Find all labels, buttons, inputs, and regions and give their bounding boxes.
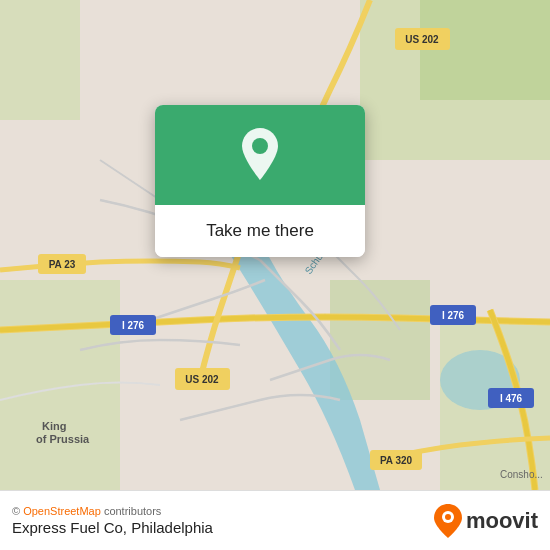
- location-name: Express Fuel Co, Philadelphia: [12, 519, 213, 536]
- svg-text:US 202: US 202: [185, 374, 219, 385]
- svg-text:US 202: US 202: [405, 34, 439, 45]
- svg-text:I 276: I 276: [122, 320, 145, 331]
- svg-point-29: [445, 514, 451, 520]
- svg-rect-4: [0, 280, 120, 490]
- bottom-left: © OpenStreetMap contributors Express Fue…: [12, 505, 213, 536]
- svg-text:of Prussia: of Prussia: [36, 433, 90, 445]
- moovit-text: moovit: [466, 508, 538, 534]
- svg-text:I 476: I 476: [500, 393, 523, 404]
- osm-link[interactable]: OpenStreetMap: [23, 505, 101, 517]
- osm-credit: © OpenStreetMap contributors: [12, 505, 213, 517]
- take-me-there-button[interactable]: Take me there: [155, 205, 365, 257]
- svg-text:Consho...: Consho...: [500, 469, 543, 480]
- popup-card: Take me there: [155, 105, 365, 257]
- svg-text:PA 320: PA 320: [380, 455, 413, 466]
- map-container: US 202 US 202 PA 23 I 276 I 276 I 476 PA…: [0, 0, 550, 490]
- moovit-logo: moovit: [434, 504, 538, 538]
- bottom-bar: © OpenStreetMap contributors Express Fue…: [0, 490, 550, 550]
- svg-point-27: [252, 138, 268, 154]
- svg-rect-3: [0, 0, 80, 120]
- moovit-pin-icon: [434, 504, 462, 538]
- popup-green-area: [155, 105, 365, 205]
- svg-text:King: King: [42, 420, 66, 432]
- svg-text:PA 23: PA 23: [49, 259, 76, 270]
- osm-credit-prefix: ©: [12, 505, 23, 517]
- osm-credit-suffix: contributors: [101, 505, 162, 517]
- location-pin-icon: [236, 128, 284, 183]
- svg-text:I 276: I 276: [442, 310, 465, 321]
